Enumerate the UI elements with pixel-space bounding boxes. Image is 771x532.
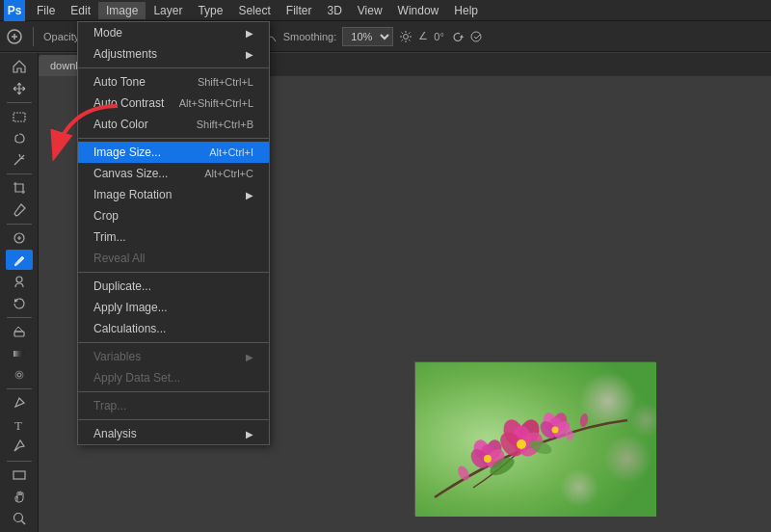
svg-text:T: T	[14, 418, 22, 433]
toolbar-sep-1	[33, 27, 34, 46]
menu-item-label: Auto Color	[93, 118, 148, 131]
menu-item-label: Auto Contrast	[93, 96, 164, 110]
menu-item-label: Analysis	[93, 427, 137, 440]
menu-image[interactable]: Image	[98, 2, 146, 19]
menu-bar: Ps File Edit Image Layer Type Select Fil…	[0, 0, 771, 21]
menu-separator	[78, 138, 269, 139]
tool-path-select[interactable]	[6, 437, 33, 457]
menu-separator	[78, 67, 269, 68]
menu-item-auto-contrast[interactable]: Auto ContrastAlt+Shift+Ctrl+L	[78, 93, 269, 114]
menu-edit[interactable]: Edit	[63, 2, 98, 19]
svg-rect-16	[13, 471, 25, 479]
menu-item-mode[interactable]: Mode▶	[78, 22, 269, 43]
svg-point-13	[15, 371, 23, 379]
tool-clone[interactable]	[6, 272, 33, 292]
menu-item-label: Crop	[93, 209, 119, 223]
rotation-icon	[450, 30, 464, 43]
menu-item-calculations---[interactable]: Calculations...	[78, 318, 269, 339]
menu-item-label: Apply Data Set...	[93, 371, 180, 385]
tool-home[interactable]	[6, 57, 33, 77]
svg-rect-12	[13, 351, 25, 357]
tool-history[interactable]	[6, 294, 33, 314]
tool-pen[interactable]	[6, 393, 33, 413]
tool-shape[interactable]	[6, 465, 33, 485]
menu-type[interactable]: Type	[190, 2, 230, 19]
tool-sep-1	[7, 102, 32, 103]
gear-icon[interactable]	[399, 30, 412, 43]
tool-lasso[interactable]	[6, 128, 33, 148]
menu-item-trap---: Trap...	[78, 395, 269, 416]
image-dropdown-menu: Mode▶Adjustments▶Auto ToneShift+Ctrl+LAu…	[77, 21, 270, 445]
svg-marker-5	[460, 35, 464, 38]
submenu-arrow-icon: ▶	[246, 49, 253, 60]
svg-point-9	[16, 277, 22, 282]
menu-item-variables: Variables▶	[78, 346, 269, 367]
menu-item-label: Image Rotation	[93, 188, 172, 201]
canvas-image	[414, 361, 655, 516]
angle-value: 0°	[434, 31, 444, 42]
menu-item-label: Canvas Size...	[93, 167, 168, 180]
tool-eyedropper[interactable]	[6, 200, 33, 221]
menu-item-shortcut: Shift+Ctrl+B	[197, 119, 253, 130]
tool-brush[interactable]	[6, 250, 33, 270]
svg-point-35	[484, 455, 492, 463]
tool-text[interactable]: T	[6, 415, 33, 436]
menu-file[interactable]: File	[29, 2, 63, 19]
menu-filter[interactable]: Filter	[279, 2, 320, 19]
menu-item-label: Image Size...	[93, 146, 161, 159]
tool-sep-6	[7, 461, 32, 462]
tool-sep-2	[7, 173, 32, 174]
tool-move[interactable]	[6, 79, 33, 99]
tools-panel: T	[0, 53, 39, 532]
svg-point-14	[17, 373, 21, 377]
menu-item-reveal-all: Reveal All	[78, 248, 269, 269]
tool-sep-3	[7, 224, 32, 225]
menu-item-crop[interactable]: Crop	[78, 205, 269, 226]
submenu-arrow-icon: ▶	[246, 28, 253, 39]
menu-view[interactable]: View	[350, 2, 390, 19]
tool-sep-4	[7, 317, 32, 318]
menu-item-trim---[interactable]: Trim...	[78, 226, 269, 248]
menu-layer[interactable]: Layer	[146, 2, 190, 19]
svg-point-41	[552, 427, 559, 434]
tool-blur[interactable]	[6, 365, 33, 386]
tool-hand[interactable]	[6, 487, 33, 507]
menu-separator	[78, 272, 269, 273]
menu-item-canvas-size---[interactable]: Canvas Size...Alt+Ctrl+C	[78, 163, 269, 184]
menu-3d[interactable]: 3D	[319, 2, 349, 19]
tool-icon	[6, 28, 23, 45]
tool-select-rect[interactable]	[6, 107, 33, 127]
tool-eraser[interactable]	[6, 322, 33, 342]
menu-item-image-rotation[interactable]: Image Rotation▶	[78, 184, 269, 205]
tool-crop[interactable]	[6, 178, 33, 199]
tool-zoom[interactable]	[6, 509, 33, 529]
menu-item-apply-image---[interactable]: Apply Image...	[78, 297, 269, 318]
menu-item-label: Apply Image...	[93, 301, 168, 314]
menu-item-shortcut: Shift+Ctrl+L	[198, 76, 253, 88]
menu-select[interactable]: Select	[230, 2, 278, 19]
app-logo: Ps	[4, 0, 25, 21]
menu-item-analysis[interactable]: Analysis▶	[78, 423, 269, 444]
menu-item-duplicate---[interactable]: Duplicate...	[78, 276, 269, 297]
menu-item-apply-data-set---: Apply Data Set...	[78, 367, 269, 388]
submenu-arrow-icon: ▶	[246, 429, 253, 439]
flower-svg	[415, 362, 656, 517]
smoothing-select[interactable]: 10%	[342, 27, 393, 46]
svg-point-17	[13, 513, 22, 521]
menu-help[interactable]: Help	[446, 2, 486, 19]
menu-item-auto-color[interactable]: Auto ColorShift+Ctrl+B	[78, 114, 269, 135]
menu-item-image-size---[interactable]: Image Size...Alt+Ctrl+I	[78, 142, 269, 163]
menu-item-auto-tone[interactable]: Auto ToneShift+Ctrl+L	[78, 71, 269, 93]
menu-window[interactable]: Window	[390, 2, 447, 19]
menu-item-adjustments[interactable]: Adjustments▶	[78, 43, 269, 65]
svg-point-4	[404, 34, 409, 39]
svg-line-18	[21, 520, 25, 524]
tool-gradient[interactable]	[6, 343, 33, 363]
menu-item-label: Adjustments	[93, 47, 157, 61]
svg-point-21	[603, 435, 651, 483]
tool-heal[interactable]	[6, 228, 33, 249]
menu-item-label: Calculations...	[93, 322, 166, 335]
tool-sep-5	[7, 388, 32, 389]
tool-magic-wand[interactable]	[6, 150, 33, 171]
extra-icon	[469, 30, 483, 43]
